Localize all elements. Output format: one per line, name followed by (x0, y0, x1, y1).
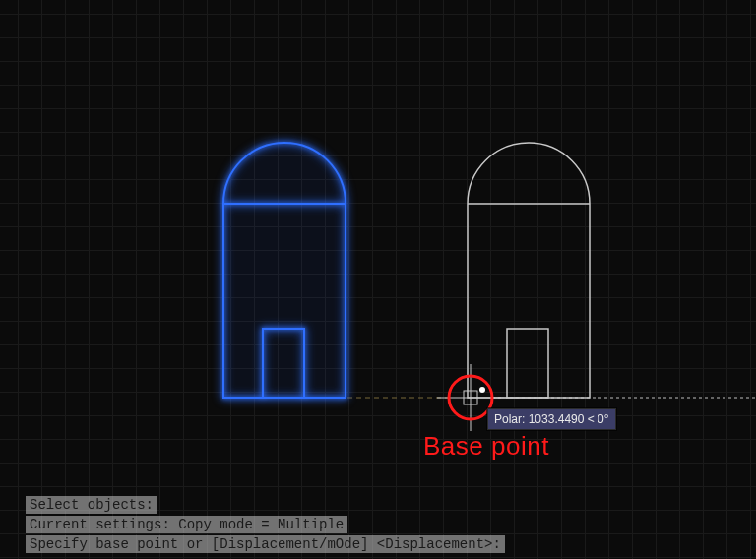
original-object-selected[interactable] (223, 143, 346, 398)
copy-preview-object (468, 143, 590, 398)
copy-outline (468, 143, 590, 398)
original-outline (223, 143, 346, 398)
command-prompt-line[interactable]: Specify base point or [Displacement/mOde… (26, 535, 505, 553)
command-line[interactable]: Select objects: Current settings: Copy m… (26, 496, 505, 553)
cursor-dot-icon (479, 387, 485, 393)
drawing-canvas[interactable]: Base point Polar: 1033.4490 < 0° Select … (0, 0, 756, 559)
command-history-line: Select objects: (26, 496, 158, 514)
polar-tracking-tooltip: Polar: 1033.4490 < 0° (487, 408, 616, 430)
copy-door (507, 329, 548, 398)
base-point-label: Base point (423, 431, 549, 462)
drawing-svg (0, 0, 756, 559)
command-history-line: Current settings: Copy mode = Multiple (26, 516, 347, 533)
